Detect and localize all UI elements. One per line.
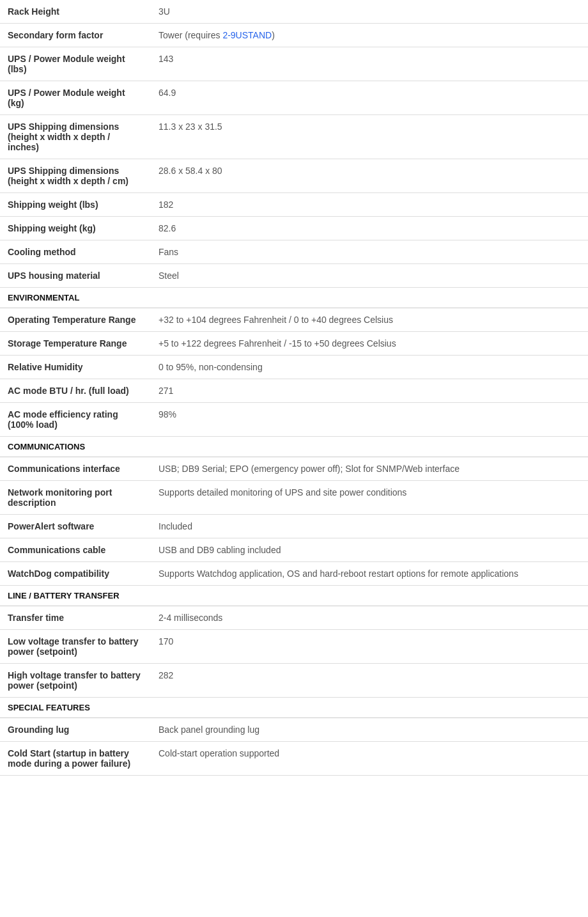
row-label: Shipping weight (lbs) xyxy=(0,193,151,217)
table-row: High voltage transfer to battery power (… xyxy=(0,664,588,698)
row-label: Network monitoring port description xyxy=(0,481,151,515)
table-row: Communications cableUSB and DB9 cabling … xyxy=(0,538,588,562)
table-row: Cold Start (startup in battery mode duri… xyxy=(0,742,588,776)
row-label: Transfer time xyxy=(0,606,151,630)
table-row: UPS / Power Module weight (kg)64.9 xyxy=(0,81,588,115)
table-row: Transfer time2-4 milliseconds xyxy=(0,606,588,630)
row-label: Storage Temperature Range xyxy=(0,332,151,356)
row-label: Rack Height xyxy=(0,0,151,24)
row-value: Supports detailed monitoring of UPS and … xyxy=(151,481,588,515)
row-value: 170 xyxy=(151,630,588,664)
row-label: Grounding lug xyxy=(0,718,151,742)
table-row: UPS housing materialSteel xyxy=(0,264,588,288)
section-header: ENVIRONMENTAL xyxy=(0,288,588,308)
row-value: Included xyxy=(151,515,588,538)
row-label: Operating Temperature Range xyxy=(0,308,151,332)
table-row: UPS Shipping dimensions (height x width … xyxy=(0,115,588,159)
row-value: USB and DB9 cabling included xyxy=(151,538,588,562)
row-value: 64.9 xyxy=(151,81,588,115)
row-label: WatchDog compatibility xyxy=(0,562,151,586)
table-row: Cooling methodFans xyxy=(0,240,588,264)
row-label: UPS Shipping dimensions (height x width … xyxy=(0,115,151,159)
row-value: 11.3 x 23 x 31.5 xyxy=(151,115,588,159)
section-header: SPECIAL FEATURES xyxy=(0,698,588,718)
inline-link[interactable]: 2-9USTAND xyxy=(222,30,272,40)
row-value: Steel xyxy=(151,264,588,288)
row-value: 3U xyxy=(151,0,588,24)
row-label: AC mode BTU / hr. (full load) xyxy=(0,379,151,403)
table-row: Communications interfaceUSB; DB9 Serial;… xyxy=(0,457,588,481)
row-value: 271 xyxy=(151,379,588,403)
row-label: Relative Humidity xyxy=(0,356,151,379)
table-row: Network monitoring port descriptionSuppo… xyxy=(0,481,588,515)
row-label: UPS Shipping dimensions (height x width … xyxy=(0,159,151,193)
table-row: Relative Humidity0 to 95%, non-condensin… xyxy=(0,356,588,379)
row-value: Fans xyxy=(151,240,588,264)
table-row: Shipping weight (lbs)182 xyxy=(0,193,588,217)
row-value: Cold-start operation supported xyxy=(151,742,588,776)
table-row: Secondary form factorTower (requires 2-9… xyxy=(0,24,588,47)
table-row: AC mode efficiency rating (100% load)98% xyxy=(0,403,588,437)
row-label: Shipping weight (kg) xyxy=(0,217,151,240)
table-row: Shipping weight (kg)82.6 xyxy=(0,217,588,240)
row-value: 28.6 x 58.4 x 80 xyxy=(151,159,588,193)
row-value: Back panel grounding lug xyxy=(151,718,588,742)
table-row: UPS / Power Module weight (lbs)143 xyxy=(0,47,588,81)
row-label: UPS / Power Module weight (kg) xyxy=(0,81,151,115)
row-label: Communications cable xyxy=(0,538,151,562)
row-value: +5 to +122 degrees Fahrenheit / -15 to +… xyxy=(151,332,588,356)
section-header: LINE / BATTERY TRANSFER xyxy=(0,586,588,606)
table-row: Operating Temperature Range+32 to +104 d… xyxy=(0,308,588,332)
table-row: AC mode BTU / hr. (full load)271 xyxy=(0,379,588,403)
row-label: PowerAlert software xyxy=(0,515,151,538)
row-label: UPS / Power Module weight (lbs) xyxy=(0,47,151,81)
row-label: Cooling method xyxy=(0,240,151,264)
row-value: USB; DB9 Serial; EPO (emergency power of… xyxy=(151,457,588,481)
section-title: LINE / BATTERY TRANSFER xyxy=(0,586,588,606)
section-header: COMMUNICATIONS xyxy=(0,437,588,457)
row-label: Secondary form factor xyxy=(0,24,151,47)
row-label: Communications interface xyxy=(0,457,151,481)
row-value: +32 to +104 degrees Fahrenheit / 0 to +4… xyxy=(151,308,588,332)
row-value: 2-4 milliseconds xyxy=(151,606,588,630)
table-row: PowerAlert softwareIncluded xyxy=(0,515,588,538)
table-row: WatchDog compatibilitySupports Watchdog … xyxy=(0,562,588,586)
row-label: UPS housing material xyxy=(0,264,151,288)
row-value: 98% xyxy=(151,403,588,437)
row-value: 143 xyxy=(151,47,588,81)
row-label: Cold Start (startup in battery mode duri… xyxy=(0,742,151,776)
table-row: Rack Height3U xyxy=(0,0,588,24)
section-title: ENVIRONMENTAL xyxy=(0,288,588,308)
row-label: AC mode efficiency rating (100% load) xyxy=(0,403,151,437)
table-row: Low voltage transfer to battery power (s… xyxy=(0,630,588,664)
row-value: Tower (requires 2-9USTAND) xyxy=(151,24,588,47)
row-value: 82.6 xyxy=(151,217,588,240)
row-value: 282 xyxy=(151,664,588,698)
row-label: Low voltage transfer to battery power (s… xyxy=(0,630,151,664)
table-row: Storage Temperature Range+5 to +122 degr… xyxy=(0,332,588,356)
row-label: High voltage transfer to battery power (… xyxy=(0,664,151,698)
row-value: Supports Watchdog application, OS and ha… xyxy=(151,562,588,586)
section-title: SPECIAL FEATURES xyxy=(0,698,588,718)
table-row: UPS Shipping dimensions (height x width … xyxy=(0,159,588,193)
row-value: 182 xyxy=(151,193,588,217)
section-title: COMMUNICATIONS xyxy=(0,437,588,457)
row-value: 0 to 95%, non-condensing xyxy=(151,356,588,379)
table-row: Grounding lugBack panel grounding lug xyxy=(0,718,588,742)
specs-table: Rack Height3USecondary form factorTower … xyxy=(0,0,588,776)
